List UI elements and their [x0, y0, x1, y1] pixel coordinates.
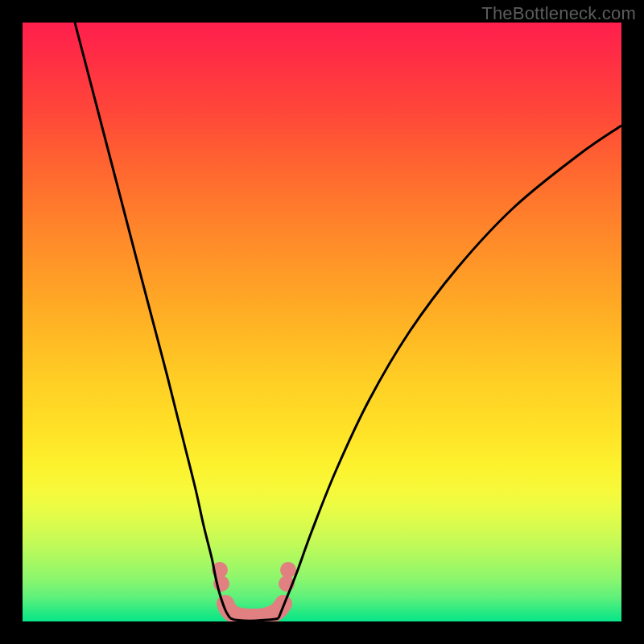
- markers-group: [212, 562, 296, 592]
- right-curve: [279, 126, 621, 618]
- chart-svg: [23, 23, 621, 621]
- marker-right-upper: [280, 562, 296, 578]
- left-curve: [75, 23, 230, 618]
- curves-group: [75, 23, 621, 621]
- bottom-band: [225, 604, 283, 617]
- chart-frame: [23, 23, 621, 621]
- watermark-text: TheBottleneck.com: [481, 3, 636, 24]
